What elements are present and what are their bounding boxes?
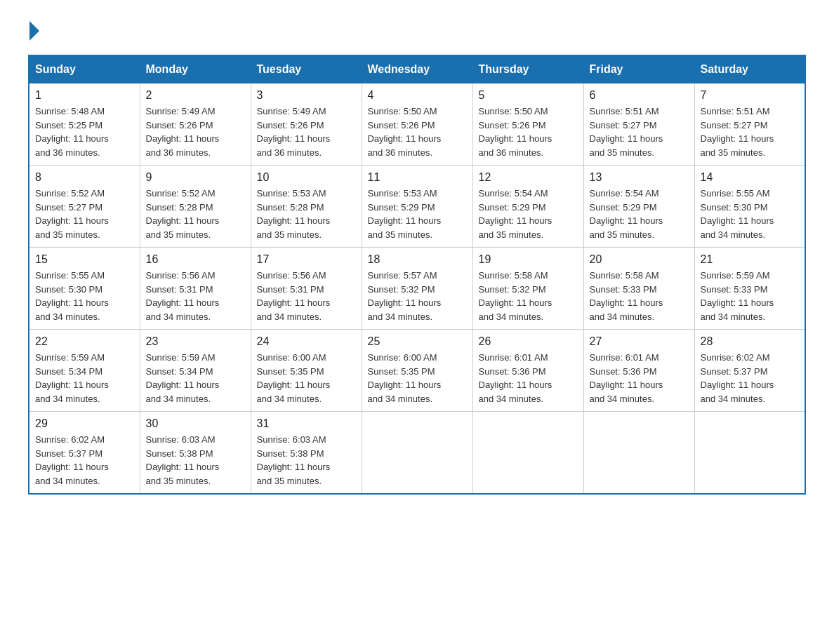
calendar-cell: 9Sunrise: 5:52 AMSunset: 5:28 PMDaylight…: [140, 166, 251, 248]
day-number: 14: [701, 171, 800, 184]
page-header: [28, 21, 806, 41]
day-number: 10: [257, 171, 356, 184]
day-number: 20: [590, 253, 689, 266]
calendar-cell: 20Sunrise: 5:58 AMSunset: 5:33 PMDayligh…: [583, 248, 694, 330]
calendar-cell: 24Sunrise: 6:00 AMSunset: 5:35 PMDayligh…: [251, 330, 362, 412]
calendar-cell: 6Sunrise: 5:51 AMSunset: 5:27 PMDaylight…: [583, 83, 694, 166]
day-header-wednesday: Wednesday: [362, 55, 472, 83]
day-info: Sunrise: 6:01 AMSunset: 5:36 PMDaylight:…: [590, 352, 663, 404]
calendar-cell: 10Sunrise: 5:53 AMSunset: 5:28 PMDayligh…: [251, 166, 362, 248]
calendar-cell: 21Sunrise: 5:59 AMSunset: 5:33 PMDayligh…: [694, 248, 805, 330]
calendar-cell: [583, 412, 694, 495]
day-header-tuesday: Tuesday: [251, 55, 362, 83]
day-info: Sunrise: 5:52 AMSunset: 5:28 PMDaylight:…: [146, 188, 220, 240]
calendar-cell: 8Sunrise: 5:52 AMSunset: 5:27 PMDaylight…: [29, 166, 140, 248]
day-number: 5: [479, 89, 578, 102]
day-info: Sunrise: 5:54 AMSunset: 5:29 PMDaylight:…: [590, 188, 663, 240]
day-info: Sunrise: 5:57 AMSunset: 5:32 PMDaylight:…: [368, 270, 442, 322]
day-number: 3: [257, 89, 356, 102]
calendar-table: SundayMondayTuesdayWednesdayThursdayFrid…: [28, 55, 806, 495]
logo: [28, 21, 39, 41]
day-info: Sunrise: 5:59 AMSunset: 5:34 PMDaylight:…: [35, 352, 109, 404]
day-number: 27: [590, 335, 689, 348]
day-number: 22: [35, 335, 134, 348]
day-info: Sunrise: 5:49 AMSunset: 5:26 PMDaylight:…: [146, 106, 220, 158]
day-info: Sunrise: 6:02 AMSunset: 5:37 PMDaylight:…: [701, 352, 774, 404]
day-info: Sunrise: 5:50 AMSunset: 5:26 PMDaylight:…: [368, 106, 442, 158]
calendar-week-row: 1Sunrise: 5:48 AMSunset: 5:25 PMDaylight…: [29, 83, 805, 166]
calendar-cell: 16Sunrise: 5:56 AMSunset: 5:31 PMDayligh…: [140, 248, 251, 330]
calendar-cell: 4Sunrise: 5:50 AMSunset: 5:26 PMDaylight…: [362, 83, 472, 166]
day-number: 18: [368, 253, 467, 266]
day-info: Sunrise: 5:52 AMSunset: 5:27 PMDaylight:…: [35, 188, 109, 240]
day-info: Sunrise: 5:53 AMSunset: 5:29 PMDaylight:…: [368, 188, 442, 240]
calendar-week-row: 29Sunrise: 6:02 AMSunset: 5:37 PMDayligh…: [29, 412, 805, 495]
calendar-week-row: 22Sunrise: 5:59 AMSunset: 5:34 PMDayligh…: [29, 330, 805, 412]
calendar-cell: 18Sunrise: 5:57 AMSunset: 5:32 PMDayligh…: [362, 248, 472, 330]
day-number: 7: [701, 89, 800, 102]
day-info: Sunrise: 5:48 AMSunset: 5:25 PMDaylight:…: [35, 106, 109, 158]
day-number: 12: [479, 171, 578, 184]
calendar-cell: 1Sunrise: 5:48 AMSunset: 5:25 PMDaylight…: [29, 83, 140, 166]
day-number: 26: [479, 335, 578, 348]
day-info: Sunrise: 5:53 AMSunset: 5:28 PMDaylight:…: [257, 188, 331, 240]
calendar-cell: [472, 412, 583, 495]
calendar-cell: 30Sunrise: 6:03 AMSunset: 5:38 PMDayligh…: [140, 412, 251, 495]
day-number: 1: [35, 89, 134, 102]
day-info: Sunrise: 5:54 AMSunset: 5:29 PMDaylight:…: [479, 188, 552, 240]
calendar-cell: 22Sunrise: 5:59 AMSunset: 5:34 PMDayligh…: [29, 330, 140, 412]
calendar-cell: 7Sunrise: 5:51 AMSunset: 5:27 PMDaylight…: [694, 83, 805, 166]
calendar-cell: 14Sunrise: 5:55 AMSunset: 5:30 PMDayligh…: [694, 166, 805, 248]
day-info: Sunrise: 6:02 AMSunset: 5:37 PMDaylight:…: [35, 434, 109, 486]
day-number: 24: [257, 335, 356, 348]
day-number: 29: [35, 417, 134, 430]
day-info: Sunrise: 5:56 AMSunset: 5:31 PMDaylight:…: [146, 270, 220, 322]
calendar-cell: 3Sunrise: 5:49 AMSunset: 5:26 PMDaylight…: [251, 83, 362, 166]
day-number: 28: [701, 335, 800, 348]
day-header-thursday: Thursday: [472, 55, 583, 83]
day-number: 9: [146, 171, 245, 184]
calendar-cell: 11Sunrise: 5:53 AMSunset: 5:29 PMDayligh…: [362, 166, 472, 248]
day-header-sunday: Sunday: [29, 55, 140, 83]
day-info: Sunrise: 6:01 AMSunset: 5:36 PMDaylight:…: [479, 352, 552, 404]
day-info: Sunrise: 5:58 AMSunset: 5:33 PMDaylight:…: [590, 270, 663, 322]
calendar-cell: 31Sunrise: 6:03 AMSunset: 5:38 PMDayligh…: [251, 412, 362, 495]
day-number: 21: [701, 253, 800, 266]
day-number: 6: [590, 89, 689, 102]
day-info: Sunrise: 5:51 AMSunset: 5:27 PMDaylight:…: [590, 106, 663, 158]
day-number: 16: [146, 253, 245, 266]
day-header-friday: Friday: [583, 55, 694, 83]
day-info: Sunrise: 5:58 AMSunset: 5:32 PMDaylight:…: [479, 270, 552, 322]
calendar-cell: 17Sunrise: 5:56 AMSunset: 5:31 PMDayligh…: [251, 248, 362, 330]
day-number: 8: [35, 171, 134, 184]
calendar-cell: 12Sunrise: 5:54 AMSunset: 5:29 PMDayligh…: [472, 166, 583, 248]
calendar-cell: 13Sunrise: 5:54 AMSunset: 5:29 PMDayligh…: [583, 166, 694, 248]
calendar-cell: 15Sunrise: 5:55 AMSunset: 5:30 PMDayligh…: [29, 248, 140, 330]
day-header-monday: Monday: [140, 55, 251, 83]
calendar-week-row: 8Sunrise: 5:52 AMSunset: 5:27 PMDaylight…: [29, 166, 805, 248]
calendar-cell: 19Sunrise: 5:58 AMSunset: 5:32 PMDayligh…: [472, 248, 583, 330]
day-number: 25: [368, 335, 467, 348]
day-info: Sunrise: 5:59 AMSunset: 5:34 PMDaylight:…: [146, 352, 220, 404]
day-number: 2: [146, 89, 245, 102]
day-number: 30: [146, 417, 245, 430]
day-number: 31: [257, 417, 356, 430]
day-info: Sunrise: 5:59 AMSunset: 5:33 PMDaylight:…: [701, 270, 774, 322]
day-info: Sunrise: 5:49 AMSunset: 5:26 PMDaylight:…: [257, 106, 331, 158]
calendar-week-row: 15Sunrise: 5:55 AMSunset: 5:30 PMDayligh…: [29, 248, 805, 330]
day-info: Sunrise: 5:50 AMSunset: 5:26 PMDaylight:…: [479, 106, 552, 158]
day-info: Sunrise: 6:00 AMSunset: 5:35 PMDaylight:…: [257, 352, 331, 404]
day-number: 15: [35, 253, 134, 266]
day-number: 4: [368, 89, 467, 102]
day-info: Sunrise: 5:51 AMSunset: 5:27 PMDaylight:…: [701, 106, 774, 158]
calendar-cell: 25Sunrise: 6:00 AMSunset: 5:35 PMDayligh…: [362, 330, 472, 412]
calendar-header-row: SundayMondayTuesdayWednesdayThursdayFrid…: [29, 55, 805, 83]
calendar-cell: 2Sunrise: 5:49 AMSunset: 5:26 PMDaylight…: [140, 83, 251, 166]
calendar-cell: [362, 412, 472, 495]
calendar-cell: 5Sunrise: 5:50 AMSunset: 5:26 PMDaylight…: [472, 83, 583, 166]
day-info: Sunrise: 5:56 AMSunset: 5:31 PMDaylight:…: [257, 270, 331, 322]
day-number: 13: [590, 171, 689, 184]
calendar-cell: 28Sunrise: 6:02 AMSunset: 5:37 PMDayligh…: [694, 330, 805, 412]
day-number: 17: [257, 253, 356, 266]
day-header-saturday: Saturday: [694, 55, 805, 83]
